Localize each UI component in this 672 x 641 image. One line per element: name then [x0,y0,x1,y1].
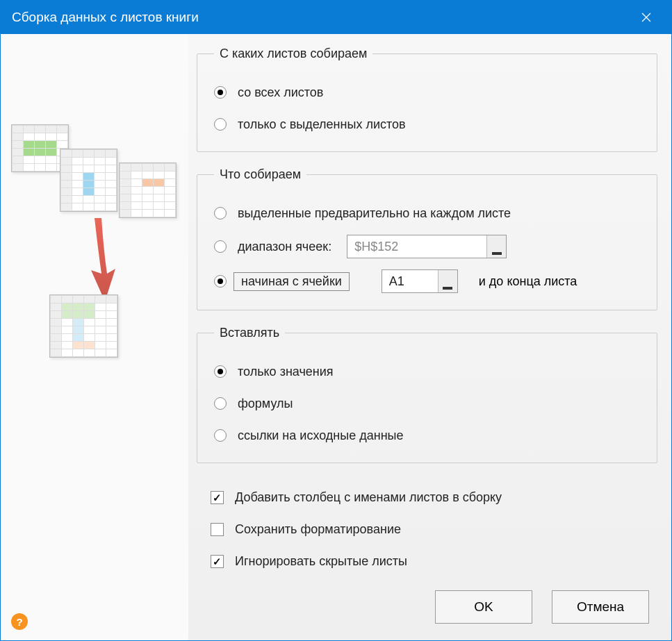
sidebar: ? [1,34,188,640]
group-what-legend: Что собираем [214,167,306,182]
main-panel: С каких листов собираем со всех листов т… [188,34,671,640]
startcell-suffix: и до конца листа [479,274,577,289]
radio-all-sheets-label[interactable]: со всех листов [238,85,323,100]
startcell-refedit [382,269,458,293]
check-add-sheetname-col[interactable] [211,491,224,504]
radio-formulas-label[interactable]: формулы [238,397,293,411]
check-add-sheetname-col-label[interactable]: Добавить столбец с именами листов в сбор… [235,490,502,505]
radio-values-only-label[interactable]: только значения [238,365,334,379]
dialog-buttons: OK Отмена [435,590,649,624]
check-keep-formatting-label[interactable]: Сохранить форматирование [235,522,401,537]
radio-links-label[interactable]: ссылки на исходные данные [238,428,404,443]
radio-values-only[interactable] [214,365,227,378]
extra-options: Добавить столбец с именами листов в сбор… [197,478,657,572]
window-title: Сборка данных с листов книги [12,10,632,25]
range-picker-button[interactable] [486,235,506,258]
radio-start-cell[interactable] [214,275,227,288]
arrow-icon [81,215,122,305]
check-keep-formatting[interactable] [211,523,224,536]
range-refedit [347,235,507,258]
group-insert-legend: Вставлять [214,326,285,340]
radio-selected-sheets[interactable] [214,118,227,131]
group-insert-as: Вставлять только значения формулы ссылки… [197,326,657,463]
range-input[interactable] [347,235,486,258]
check-ignore-hidden-label[interactable]: Игнорировать скрытые листы [235,554,407,569]
radio-formulas[interactable] [214,397,227,410]
radio-selected-sheets-label[interactable]: только с выделенных листов [238,117,406,132]
group-source-legend: С каких листов собираем [214,47,372,61]
dialog-body: ? С каких листов собираем со всех листов… [1,34,671,640]
radio-range[interactable] [214,240,227,253]
radio-range-label[interactable]: диапазон ячеек: [238,240,331,254]
group-what-collect: Что собираем выделенные предварительно н… [197,167,657,310]
dialog-window: Сборка данных с листов книги [0,0,672,641]
ok-button[interactable]: OK [435,590,532,624]
group-source-sheets: С каких листов собираем со всех листов т… [197,47,657,152]
radio-preselected-label[interactable]: выделенные предварительно на каждом лист… [238,206,511,221]
cancel-button[interactable]: Отмена [552,590,649,624]
close-button[interactable] [632,3,660,31]
check-ignore-hidden[interactable] [211,555,224,568]
radio-all-sheets[interactable] [214,86,227,99]
radio-start-cell-label[interactable]: начиная с ячейки [233,272,350,291]
startcell-input[interactable] [382,270,438,292]
radio-links[interactable] [214,429,227,442]
merge-illustration [11,124,178,402]
titlebar: Сборка данных с листов книги [1,1,671,34]
radio-preselected[interactable] [214,207,227,219]
help-button[interactable]: ? [11,613,28,630]
startcell-picker-button[interactable] [438,270,457,292]
